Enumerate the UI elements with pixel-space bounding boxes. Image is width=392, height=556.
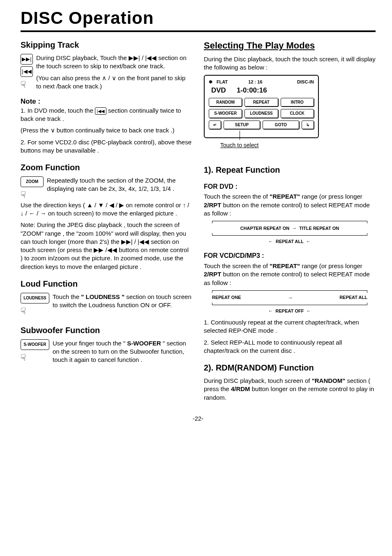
up-icon: ∧ <box>102 74 106 81</box>
note1a: 1. In DVD mode, touch the <box>21 107 95 114</box>
screen-btn-repeat[interactable]: REPEAT <box>244 98 278 107</box>
select-intro: During the Disc playback, touch the touc… <box>204 55 376 72</box>
note3: 2. For some VCD2.0 disc (PBC-playback co… <box>21 138 192 155</box>
arrow-left-icon-3: ← <box>268 308 273 314</box>
zoom-text2: Use the direction keys ( ▲ / ▼ / ◀ / ▶ o… <box>21 201 192 218</box>
screen-btn-return[interactable]: ↵ <box>209 120 221 130</box>
loud-bold: " LOUDNESS " <box>81 293 125 300</box>
screen-btn-intro[interactable]: INTRO <box>281 98 314 107</box>
for-vcd-label: FOR VCD/CD/MP3 : <box>204 251 376 260</box>
screen-btn-goto[interactable]: GOTO <box>263 120 299 130</box>
section-zoom: Zoom Function ZOOM ☟ Repeatedly touch th… <box>21 162 192 271</box>
repeat-dvd-b: range (or press longer <box>302 193 362 200</box>
next-track-icon: ▶▶| <box>21 54 33 65</box>
left-column: Skipping Track ▶▶| |◀◀ ☟ During DISC pla… <box>21 39 192 409</box>
screen-btn-swoofer[interactable]: S-WOOFER <box>209 109 242 118</box>
swoofer-button-icon: S-WOOFER <box>21 339 49 350</box>
prev-track-icon-inline: |◀◀ <box>95 107 106 115</box>
sw-text-a: Use your finger touch the " <box>53 340 127 347</box>
repeat-bold1: "REPEAT" <box>270 193 300 200</box>
right-column: Selecting The Play Modes During the Disc… <box>204 39 376 409</box>
arrow-left-icon: ← <box>268 238 273 245</box>
flow-vcd-row2: ← REPEAT OFF ← <box>204 308 376 314</box>
prev-track-icon: |◀◀ <box>21 66 33 77</box>
flow-vcd-1: REPEAT ONE <box>212 294 241 301</box>
skipping-text: During DISC playback, Touch the ▶▶| / |◀… <box>36 54 192 94</box>
repeat-foot2: 2. Select REP-ALL mode to continuously r… <box>204 338 376 355</box>
heading-select-modes: Selecting The Play Modes <box>204 39 376 52</box>
page-title: DISC Operation <box>21 8 376 32</box>
arrow-left-icon-4: ← <box>306 308 311 314</box>
screen-btn-clock[interactable]: CLOCK <box>281 109 314 118</box>
rdm-text: During DISC playback, touch screen of "R… <box>204 377 376 402</box>
skipping-text2a: (You can also press the <box>36 74 102 81</box>
down-icon: ∨ <box>112 74 116 81</box>
arrow-left-icon-2: ← <box>306 238 311 245</box>
loud-text-a: Touch the <box>53 293 81 300</box>
repeat-vcd-c: button on the remote control) to select … <box>204 271 370 286</box>
loud-row: LOUDNESS ☟ Touch the " LOUDNESS " sectio… <box>21 293 192 317</box>
bluetooth-icon: ✱ <box>209 79 212 85</box>
screen-btn-next[interactable]: ↳ <box>302 120 314 130</box>
screen-btn-loudness[interactable]: LOUDNESS <box>244 109 278 118</box>
repeat-vcd-bold1: "REPEAT" <box>270 262 300 269</box>
section-loud: Loud Function LOUDNESS ☟ Touch the " LOU… <box>21 278 192 317</box>
note2b: button continually twice to back one tra… <box>57 127 175 134</box>
repeat-dvd-a: Touch the screen the of <box>204 193 270 200</box>
flow-dvd-row: CHAPTER REPEAT ON → TITLE REPEAT ON <box>204 225 376 232</box>
screen-btn-setup[interactable]: SETUP <box>224 120 260 130</box>
screen-status: DVD 1-0:00:16 <box>211 86 314 95</box>
rdm-a: During DISC playback, touch screen of <box>204 377 312 384</box>
sw-icons: S-WOOFER ☟ <box>21 339 49 364</box>
skipping-text1a: During DISC playback, Touch the <box>36 54 129 61</box>
note1: 1. In DVD mode, touch the |◀◀ section co… <box>21 107 192 123</box>
sw-bold: S-WOOFER <box>127 340 161 347</box>
columns: Skipping Track ▶▶| |◀◀ ☟ During DISC pla… <box>21 39 376 409</box>
repeat-vcd-b: range (or press longer <box>302 262 362 269</box>
flowbox-vcd-bottom <box>212 303 367 305</box>
repeat-vcd-text: Touch the screen the of "REPEAT" range (… <box>204 262 376 287</box>
repeat-vcd-bold2: 2/RPT <box>204 271 221 278</box>
heading-subwoofer: Subwoofer Function <box>21 325 192 336</box>
heading-skipping: Skipping Track <box>21 39 192 51</box>
screen-btn-random[interactable]: RANDOM <box>209 98 242 107</box>
zoom-text2a: Use the direction keys ( <box>21 202 87 208</box>
zoom-text2b: on remote control or <box>126 202 182 208</box>
flow-vcd-2: REPEAT ALL <box>339 294 367 301</box>
dir-keys-1: ▲ / ▼ / ◀ / ▶ <box>87 202 124 208</box>
arrow-right-icon: → <box>292 225 297 232</box>
repeat-dvd-c: button on the remote control) to select … <box>204 202 370 217</box>
zoom-next-prev: ▶▶| / |◀◀ <box>121 238 149 245</box>
screen-mockup: ✱ FLAT 12 : 16 DISC-IN DVD 1-0:00:16 RAN… <box>204 75 319 138</box>
skipping-row: ▶▶| |◀◀ ☟ During DISC playback, Touch th… <box>21 54 192 94</box>
hand-icon: ☟ <box>21 79 33 91</box>
loud-text: Touch the " LOUDNESS " section on touch … <box>53 293 192 310</box>
section-select-modes: Selecting The Play Modes During the Disc… <box>204 39 376 150</box>
prev-icon-inline: |◀◀ <box>145 54 157 61</box>
section-rdm: 2). RDM(RANDOM) Function During DISC pla… <box>204 362 376 402</box>
repeat-dvd-text: Touch the screen the of "REPEAT" range (… <box>204 192 376 218</box>
note2a: (Press the <box>21 127 51 134</box>
section-skipping: Skipping Track ▶▶| |◀◀ ☟ During DISC pla… <box>21 39 192 155</box>
screen-dvd: DVD <box>211 86 226 95</box>
loudness-button-icon: LOUDNESS <box>21 293 49 303</box>
zoom-text1: Repeatedly touch the section of the ZOOM… <box>47 176 192 193</box>
heading-zoom: Zoom Function <box>21 162 192 173</box>
sw-row: S-WOOFER ☟ Use your finger touch the " S… <box>21 339 192 368</box>
flowbox-dvd-bottom <box>212 233 367 236</box>
repeat-bold2: 2/RPT <box>204 202 221 208</box>
arrow-right-icon-2: → <box>288 294 293 301</box>
hand-icon-4: ☟ <box>21 352 49 364</box>
hand-icon-2: ☟ <box>21 189 44 201</box>
zoom-ff-rw: ▶▶ /◀◀ <box>94 246 117 253</box>
screen-discin: DISC-IN <box>297 79 314 85</box>
screen-flat: FLAT <box>217 79 228 85</box>
repeat-foot1: 1. Continuously repeat at the current ch… <box>204 318 376 335</box>
heading-rdm: 2). RDM(RANDOM) Function <box>204 362 376 373</box>
section-subwoofer: Subwoofer Function S-WOOFER ☟ Use your f… <box>21 325 192 368</box>
repeat-vcd-a: Touch the screen the of <box>204 262 270 269</box>
hand-icon-3: ☟ <box>21 305 49 317</box>
zoom-button-icon: ZOOM <box>21 176 44 187</box>
flow-vcd-row: REPEAT ONE → REPEAT ALL <box>204 294 376 301</box>
flow-dvd-row2: ← REPEAT ALL ← <box>204 238 376 245</box>
